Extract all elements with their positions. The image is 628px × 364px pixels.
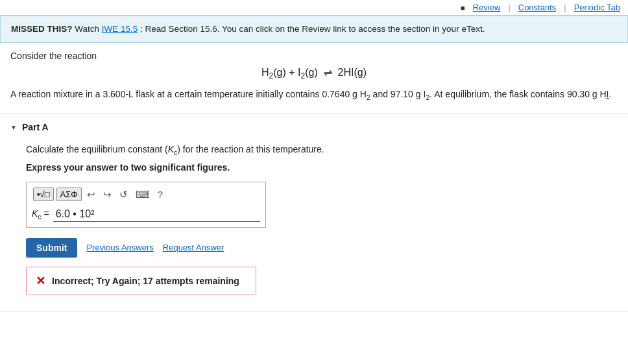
previous-answers-link[interactable]: Previous Answers [86, 243, 153, 252]
separator2: | [564, 3, 566, 12]
top-bar: ■ Review | Constants | Periodic Tab [0, 0, 628, 16]
action-row: Submit Previous Answers Request Answer [26, 238, 602, 258]
keyboard-button[interactable]: ⌨ [133, 188, 152, 202]
math-toolbar: ▪√□ ΑΣΦ ↩ ↪ ↺ ⌨ ? [32, 188, 260, 202]
kc-label: Kc = [32, 208, 49, 221]
greek-symbols-button[interactable]: ΑΣΦ [56, 188, 82, 201]
submit-button[interactable]: Submit [26, 238, 77, 258]
request-answer-link[interactable]: Request Answer [163, 243, 224, 252]
collapse-arrow-icon: ▼ [10, 124, 17, 131]
part-a-content: Calculate the equilibrium constant (Kc) … [0, 140, 628, 311]
greek-symbols-label: ΑΣΦ [60, 189, 78, 199]
missed-text: Watch [75, 24, 102, 34]
separator1: | [508, 3, 510, 12]
missed-label: MISSED THIS? [11, 24, 73, 34]
part-a-instruction: Express your answer to two significant f… [26, 162, 602, 173]
incorrect-icon: ✕ [36, 274, 45, 288]
missed-box: MISSED THIS? Watch IWE 15.5 ; Read Secti… [0, 16, 628, 43]
redo-button[interactable]: ↪ [101, 188, 114, 202]
iwe-link[interactable]: IWE 15.5 [102, 24, 138, 34]
part-a-header[interactable]: ▼ Part A [0, 114, 628, 140]
constants-link[interactable]: Constants [518, 3, 557, 12]
reset-button[interactable]: ↺ [117, 188, 130, 202]
input-box-container: ▪√□ ΑΣΦ ↩ ↪ ↺ ⌨ ? Kc = [26, 182, 266, 228]
consider-label: Consider the reaction [10, 51, 618, 61]
consider-box: Consider the reaction H2(g) + I2(g) ⇌ 2H… [0, 43, 628, 114]
missed-separator: ; Read Section 15.6. You can click on th… [140, 24, 485, 34]
periodic-link[interactable]: Periodic Tab [574, 3, 620, 12]
feedback-text: Incorrect; Try Again; 17 attempts remain… [52, 276, 239, 286]
part-a-section: ▼ Part A Calculate the equilibrium const… [0, 114, 628, 311]
chemical-equation: H2(g) + I2(g) ⇌ 2HI(g) [10, 66, 618, 80]
reaction-description: A reaction mixture in a 3.600-L flask at… [10, 87, 618, 103]
part-a-description: Calculate the equilibrium constant (Kc) … [26, 143, 602, 158]
undo-button[interactable]: ↩ [84, 188, 98, 202]
help-button[interactable]: ? [155, 188, 165, 201]
answer-row: Kc = [32, 207, 260, 222]
review-link[interactable]: Review [473, 3, 501, 12]
answer-input[interactable] [53, 207, 260, 222]
fraction-sqrt-button[interactable]: ▪√□ [33, 188, 54, 201]
fraction-sqrt-icon: ▪√□ [37, 189, 50, 199]
feedback-box: ✕ Incorrect; Try Again; 17 attempts rema… [26, 267, 256, 295]
part-a-label: Part A [22, 122, 49, 132]
square-icon: ■ [461, 4, 465, 12]
